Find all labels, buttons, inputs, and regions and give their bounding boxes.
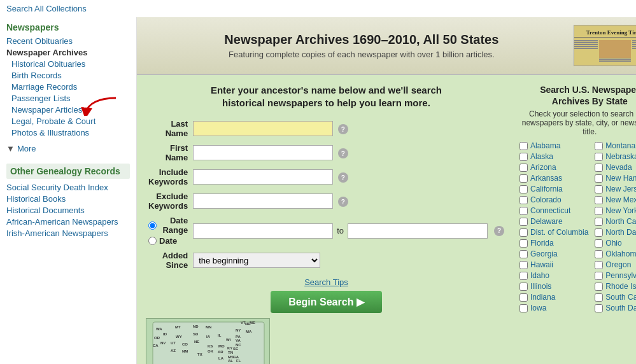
- state-link-georgia[interactable]: Georgia: [530, 249, 558, 258]
- newspaper-articles-link[interactable]: Newspaper Articles: [11, 105, 82, 115]
- state-link-california[interactable]: California: [530, 185, 563, 193]
- state-checkbox-montana[interactable]: [595, 142, 603, 150]
- exclude-help-icon[interactable]: ?: [338, 197, 348, 207]
- state-link-rhode-island[interactable]: Rhode Island: [605, 282, 636, 291]
- state-checkbox-idaho[interactable]: [519, 272, 528, 280]
- recent-obituaries-link[interactable]: Recent Obituaries: [6, 36, 73, 46]
- state-checkbox-delaware[interactable]: [519, 218, 528, 226]
- state-checkbox-rhode-island[interactable]: [595, 283, 603, 291]
- state-link-nevada[interactable]: Nevada: [605, 163, 632, 172]
- state-checkbox-oregon[interactable]: [595, 261, 603, 269]
- keywords-input[interactable]: [193, 169, 333, 185]
- historical-books-link[interactable]: Historical Books: [6, 194, 66, 204]
- state-link-connecticut[interactable]: Connecticut: [530, 206, 570, 215]
- state-link-new-york[interactable]: New York: [605, 206, 636, 215]
- more-button[interactable]: ▼ More: [6, 144, 130, 153]
- marriage-records-link[interactable]: Marriage Records: [11, 82, 77, 92]
- state-link-colorado[interactable]: Colorado: [530, 195, 562, 204]
- state-link-florida[interactable]: Florida: [530, 239, 554, 248]
- first-name-input[interactable]: [193, 145, 333, 160]
- state-checkbox-nebraska[interactable]: [595, 153, 603, 161]
- historical-obituaries-link[interactable]: Historical Obituaries: [11, 59, 85, 69]
- state-link-dist.-of-columbia[interactable]: Dist. of Columbia: [530, 228, 588, 237]
- state-link-montana[interactable]: Montana: [605, 141, 635, 150]
- state-checkbox-oklahoma[interactable]: [595, 250, 603, 258]
- date-radio[interactable]: [148, 237, 157, 245]
- state-checkbox-nevada[interactable]: [595, 164, 603, 172]
- irish-american-newspapers-link[interactable]: Irish-American Newspapers: [6, 228, 108, 238]
- state-checkbox-south-carolina[interactable]: [595, 293, 603, 302]
- state-checkbox-north-dakota[interactable]: [595, 228, 603, 237]
- date-from-input[interactable]: [193, 223, 333, 239]
- state-link-oregon[interactable]: Oregon: [605, 260, 631, 269]
- legal-probate-court-link[interactable]: Legal, Probate & Court: [11, 116, 95, 126]
- state-checkbox-new-jersey[interactable]: [595, 185, 603, 193]
- search-tips-link[interactable]: Search Tips: [304, 277, 348, 287]
- state-link-idaho[interactable]: Idaho: [530, 271, 549, 280]
- state-checkbox-pennsylvania[interactable]: [595, 272, 603, 280]
- state-checkbox-arizona[interactable]: [519, 164, 528, 172]
- state-checkbox-florida[interactable]: [519, 239, 528, 248]
- date-range-radio[interactable]: [148, 221, 157, 230]
- state-item: Alabama: [519, 141, 588, 150]
- state-checkbox-hawaii[interactable]: [519, 261, 528, 269]
- state-link-new-jersey[interactable]: New Jersey: [605, 185, 636, 193]
- historical-documents-link[interactable]: Historical Documents: [6, 206, 85, 215]
- date-inputs-cell: to ?: [190, 213, 507, 248]
- state-checkbox-illinois[interactable]: [519, 283, 528, 291]
- begin-search-button[interactable]: Begin Search ▶: [271, 291, 382, 313]
- exclude-input[interactable]: [193, 193, 333, 209]
- state-checkbox-iowa[interactable]: [519, 304, 528, 312]
- date-radio-label[interactable]: Date: [148, 236, 188, 246]
- date-range-radio-label[interactable]: Date Range: [148, 216, 188, 235]
- photos-illustrations-link[interactable]: Photos & Illustrations: [11, 128, 89, 137]
- date-to-input[interactable]: [348, 223, 488, 239]
- state-checkbox-north-carolina[interactable]: [595, 218, 603, 226]
- state-checkbox-indiana[interactable]: [519, 293, 528, 302]
- state-link-nebraska[interactable]: Nebraska: [605, 152, 636, 161]
- state-link-ohio[interactable]: Ohio: [605, 239, 621, 248]
- state-link-illinois[interactable]: Illinois: [530, 282, 551, 291]
- state-checkbox-arkansas[interactable]: [519, 174, 528, 183]
- date-help-icon[interactable]: ?: [494, 226, 504, 236]
- state-checkbox-colorado[interactable]: [519, 196, 528, 204]
- state-link-north-carolina[interactable]: North Carolina: [605, 217, 636, 226]
- state-link-delaware[interactable]: Delaware: [530, 217, 563, 226]
- state-checkbox-dist.-of-columbia[interactable]: [519, 228, 528, 237]
- state-link-pennsylvania[interactable]: Pennsylvania: [605, 271, 636, 280]
- state-checkbox-new-york[interactable]: [595, 207, 603, 215]
- state-link-south-dakota[interactable]: South Dakota: [605, 304, 636, 312]
- added-since-select[interactable]: the beginning last week last month last …: [193, 253, 320, 268]
- state-link-arkansas[interactable]: Arkansas: [530, 174, 562, 183]
- social-security-link[interactable]: Social Security Death Index: [6, 183, 108, 192]
- state-checkbox-south-dakota[interactable]: [595, 304, 603, 312]
- state-link-indiana[interactable]: Indiana: [530, 293, 555, 302]
- keywords-help-icon[interactable]: ?: [338, 172, 348, 183]
- state-link-south-carolina[interactable]: South Carolina: [605, 293, 636, 302]
- passenger-lists-link[interactable]: Passenger Lists: [11, 94, 71, 103]
- state-link-new-hampshire[interactable]: New Hampshire: [605, 174, 636, 183]
- state-link-arizona[interactable]: Arizona: [530, 163, 556, 172]
- birth-records-link[interactable]: Birth Records: [11, 71, 62, 80]
- state-checkbox-alabama[interactable]: [519, 142, 528, 150]
- state-link-hawaii[interactable]: Hawaii: [530, 260, 553, 269]
- first-name-help-icon[interactable]: ?: [338, 148, 348, 158]
- state-checkbox-new-hampshire[interactable]: [595, 174, 603, 183]
- state-checkbox-alaska[interactable]: [519, 153, 528, 161]
- more-label: More: [17, 144, 36, 153]
- last-name-help-icon[interactable]: ?: [338, 124, 348, 134]
- state-checkbox-georgia[interactable]: [519, 250, 528, 258]
- state-checkbox-new-mexico[interactable]: [595, 196, 603, 204]
- african-american-newspapers-link[interactable]: African-American Newspapers: [6, 217, 118, 227]
- last-name-input[interactable]: [193, 121, 333, 136]
- state-link-iowa[interactable]: Iowa: [530, 304, 546, 312]
- state-checkbox-connecticut[interactable]: [519, 207, 528, 215]
- state-link-alabama[interactable]: Alabama: [530, 141, 560, 150]
- state-link-alaska[interactable]: Alaska: [530, 152, 553, 161]
- state-link-new-mexico[interactable]: New Mexico: [605, 195, 636, 204]
- state-checkbox-ohio[interactable]: [595, 239, 603, 248]
- state-link-north-dakota[interactable]: North Dakota: [605, 228, 636, 237]
- search-all-collections-link[interactable]: Search All Collections: [6, 4, 87, 13]
- state-checkbox-california[interactable]: [519, 185, 528, 193]
- state-link-oklahoma[interactable]: Oklahoma: [605, 249, 636, 258]
